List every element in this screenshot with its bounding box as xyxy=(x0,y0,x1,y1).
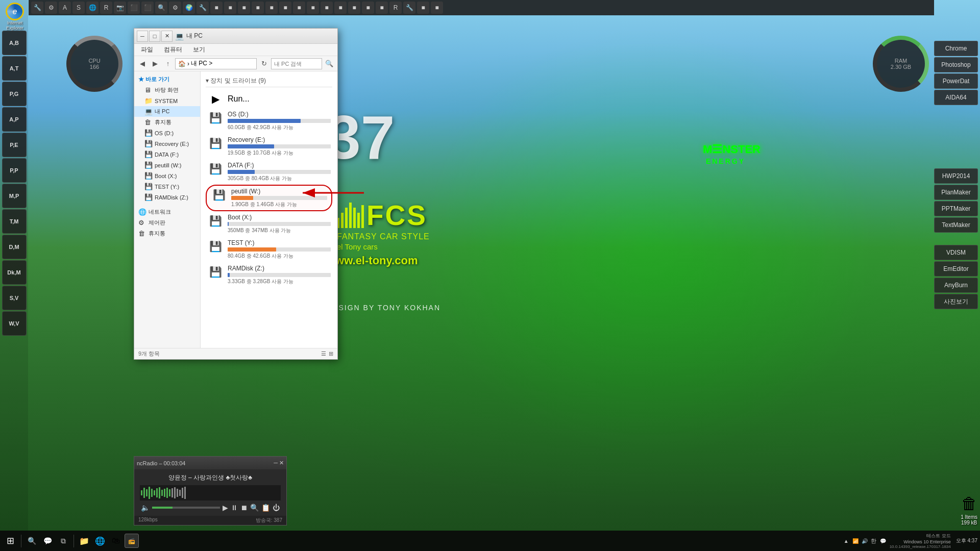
drive-data-f[interactable]: 💾 DATA (F:) 305GB 중 80.4GB 사용 가능 xyxy=(206,159,332,185)
media-minimize[interactable]: ─ xyxy=(274,460,278,466)
hwp2014-button[interactable]: HWP2014 xyxy=(934,168,978,184)
left-icon-pg[interactable]: P,G xyxy=(2,82,27,106)
drive-peutill-w[interactable]: 💾 peutill (W:) 1.90GB 중 1.46GB 사용 가능 xyxy=(206,185,332,211)
nav-recovery-e[interactable]: 💾 Recovery (E:) xyxy=(134,138,200,149)
left-icon-pp[interactable]: P,P xyxy=(2,158,27,183)
taskbar-ncradio[interactable]: 📻 xyxy=(125,534,139,548)
left-icon-wv[interactable]: W,V xyxy=(2,311,27,336)
toolbar-icon-24[interactable]: ■ xyxy=(348,2,360,14)
anyburn-button[interactable]: AnyBurn xyxy=(934,278,978,293)
nav-ramdisk-z[interactable]: 💾 RAMDisk (Z:) xyxy=(134,192,200,203)
toolbar-icon-18[interactable]: ■ xyxy=(265,2,278,14)
toolbar-icon-14[interactable]: ■ xyxy=(210,2,223,14)
stop-button[interactable]: ⏹ xyxy=(240,504,248,512)
nav-mypc[interactable]: 💻 내 PC xyxy=(134,106,200,117)
volume-button[interactable]: 🔈 xyxy=(141,504,150,512)
forward-button[interactable]: ▶ xyxy=(150,58,161,69)
toolbar-icon-22[interactable]: ■ xyxy=(321,2,333,14)
run-item[interactable]: ▶ Run... xyxy=(206,90,332,108)
taskbar-task-view[interactable]: ⧉ xyxy=(56,534,70,548)
toolbar-icon-29[interactable]: ■ xyxy=(431,2,443,14)
emeditor-button[interactable]: EmEditor xyxy=(934,261,978,277)
pptmaker-button[interactable]: PPTMaker xyxy=(934,201,978,216)
toolbar-icon-27[interactable]: 🔧 xyxy=(403,2,415,14)
toolbar-icon-10[interactable]: 🔍 xyxy=(155,2,167,14)
toolbar-icon-28[interactable]: ■ xyxy=(417,2,429,14)
vdism-button[interactable]: VDISM xyxy=(934,245,978,260)
toolbar-icon-15[interactable]: ■ xyxy=(224,2,236,14)
close-button[interactable]: ✕ xyxy=(161,31,173,42)
systray-action[interactable]: 💬 xyxy=(879,537,887,545)
toolbar-icon-3[interactable]: A xyxy=(59,2,71,14)
nav-peutill-w[interactable]: 💾 peutill (W:) xyxy=(134,160,200,170)
toolbar-icon-11[interactable]: ⚙ xyxy=(169,2,181,14)
start-button[interactable]: ⊞ xyxy=(3,533,18,548)
toolbar-icon-12[interactable]: 🌍 xyxy=(183,2,195,14)
toolbar-icon-20[interactable]: ■ xyxy=(293,2,305,14)
up-button[interactable]: ↑ xyxy=(162,58,174,69)
back-button[interactable]: ◀ xyxy=(137,58,148,69)
minimize-button[interactable]: ─ xyxy=(137,31,148,42)
search-button[interactable]: 🔍 xyxy=(324,58,335,69)
media-close[interactable]: ✕ xyxy=(279,460,284,466)
left-icon-ap[interactable]: A,P xyxy=(2,107,27,132)
search-media-button[interactable]: 🔍 xyxy=(250,504,259,512)
nav-recycle2[interactable]: 🗑 휴지통 xyxy=(134,228,200,239)
toolbar-icon-21[interactable]: ■ xyxy=(307,2,319,14)
systray-network[interactable]: 📶 xyxy=(851,537,860,545)
nav-control-panel[interactable]: ⚙ 제어판 xyxy=(134,217,200,228)
systray-up-arrow[interactable]: ▲ xyxy=(842,537,850,545)
view-list-icon[interactable]: ☰ xyxy=(321,350,326,357)
toolbar-icon-2[interactable]: ⚙ xyxy=(45,2,57,14)
systray-ime[interactable]: 한 xyxy=(870,537,878,545)
nav-desktop[interactable]: 🖥 바탕 화면 xyxy=(134,85,200,95)
taskbar-edge[interactable]: 🌐 xyxy=(93,534,107,548)
menu-view[interactable]: 보기 xyxy=(189,44,209,55)
maximize-button[interactable]: □ xyxy=(149,31,160,42)
taskbar-store[interactable]: 🛍 xyxy=(109,534,123,548)
left-icon-pe[interactable]: P,E xyxy=(2,133,27,157)
pause-button[interactable]: ⏸ xyxy=(231,504,238,512)
aida64-button[interactable]: AIDA64 xyxy=(934,90,978,105)
drive-recovery-e[interactable]: 💾 Recovery (E:) 19.5GB 중 10.7GB 사용 가능 xyxy=(206,134,332,159)
taskbar-clock[interactable]: 오후 4:37 xyxy=(956,537,977,544)
drive-boot-x[interactable]: 💾 Boot (X:) 350MB 중 347MB 사용 가능 xyxy=(206,211,332,237)
nav-os-d[interactable]: 💾 OS (D:) xyxy=(134,128,200,138)
recycle-bin[interactable]: 🗑 1 Items199 kB xyxy=(961,494,977,525)
play-button[interactable]: ▶ xyxy=(223,504,228,512)
toolbar-icon-4[interactable]: S xyxy=(72,2,85,14)
toolbar-icon-r[interactable]: R xyxy=(389,2,402,14)
power-button[interactable]: ⏻ xyxy=(273,504,280,512)
nav-data-f[interactable]: 💾 DATA (F:) xyxy=(134,149,200,160)
toolbar-icon-23[interactable]: ■ xyxy=(334,2,347,14)
left-icon-tm[interactable]: T,M xyxy=(2,209,27,234)
taskbar-cortana[interactable]: 💬 xyxy=(40,534,55,548)
view-grid-icon[interactable]: ⊞ xyxy=(329,350,333,357)
toolbar-icon-8[interactable]: ⬛ xyxy=(128,2,140,14)
nav-quick-access[interactable]: ★ 바로 가기 xyxy=(134,74,200,85)
powerdat-button[interactable]: PowerDat xyxy=(934,73,978,89)
nav-boot-x[interactable]: 💾 Boot (X:) xyxy=(134,170,200,181)
toolbar-icon-1[interactable]: 🔧 xyxy=(31,2,43,14)
chrome-button[interactable]: Chrome xyxy=(934,41,978,56)
media-progress-bar[interactable] xyxy=(152,507,220,509)
playlist-button[interactable]: 📋 xyxy=(261,504,270,512)
toolbar-icon-7[interactable]: 📷 xyxy=(114,2,126,14)
toolbar-icon-26[interactable]: ■ xyxy=(376,2,388,14)
taskbar-search[interactable]: 🔍 xyxy=(24,534,39,548)
taskbar-file-explorer[interactable]: 📁 xyxy=(77,534,91,548)
left-icon-dm[interactable]: D,M xyxy=(2,235,27,259)
nav-recycle[interactable]: 🗑 휴지통 xyxy=(134,117,200,128)
menu-file[interactable]: 파일 xyxy=(137,44,157,55)
toolbar-icon-6[interactable]: R xyxy=(100,2,112,14)
menu-computer[interactable]: 컴퓨터 xyxy=(160,44,186,55)
refresh-button[interactable]: ↻ xyxy=(258,58,270,69)
planmaker-button[interactable]: PlanMaker xyxy=(934,185,978,200)
nav-network[interactable]: 🌐 네트워크 xyxy=(134,207,200,217)
toolbar-icon-16[interactable]: ■ xyxy=(238,2,250,14)
drive-test-y[interactable]: 💾 TEST (Y:) 80.4GB 중 42.6GB 사용 가능 xyxy=(206,237,332,262)
toolbar-icon-17[interactable]: ■ xyxy=(252,2,264,14)
nav-test-y[interactable]: 💾 TEST (Y:) xyxy=(134,181,200,192)
toolbar-icon-13[interactable]: 🔧 xyxy=(197,2,209,14)
toolbar-icon-5[interactable]: 🌐 xyxy=(86,2,99,14)
